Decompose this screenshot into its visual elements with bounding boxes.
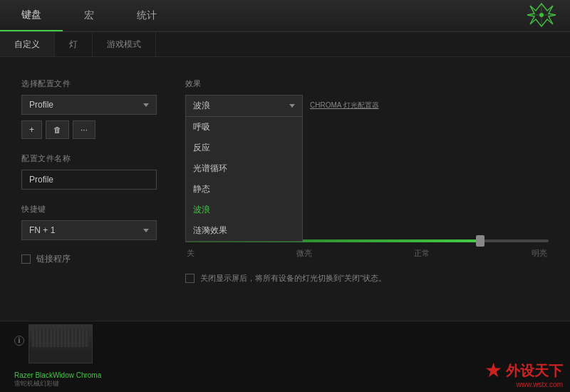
brightness-label-off: 关	[187, 248, 195, 259]
effect-item-static[interactable]: 静态	[186, 179, 302, 200]
brightness-label-bright: 明亮	[532, 248, 547, 259]
effects-label: 效果	[185, 78, 549, 89]
shortcut-label: 快捷键	[21, 204, 157, 215]
effect-item-breathe[interactable]: 呼吸	[186, 117, 302, 138]
profile-dropdown-container: Profile	[21, 95, 157, 115]
more-options-button[interactable]: ···	[73, 120, 95, 139]
top-navigation: 键盘 宏 统计	[0, 0, 570, 32]
razer-logo	[524, 1, 559, 30]
watermark-url: www.wstx.com	[516, 381, 563, 388]
link-program-section: 链接程序	[21, 253, 157, 265]
chroma-configurator-link[interactable]: CHROMA 灯光配置器	[310, 100, 379, 110]
effect-item-wave[interactable]: 波浪	[186, 200, 302, 220]
nav-stats[interactable]: 统计	[115, 0, 178, 31]
effect-dropdown[interactable]: 波浪	[185, 95, 303, 117]
effect-item-spectrum[interactable]: 光谱循环	[186, 158, 302, 179]
left-panel: 选择配置文件 Profile + 🗑 ··· 配置文件名称	[21, 78, 157, 284]
profile-name-label: 配置文件名称	[21, 153, 157, 164]
screen-off-checkbox-row: 关闭显示屏后，将所有设备的灯光切换到"关闭"状态。	[185, 273, 549, 284]
device-thumbnail-image	[29, 325, 92, 351]
link-program-checkbox[interactable]	[21, 254, 31, 264]
dropdown-arrow-icon	[143, 103, 149, 107]
tab-gaming-mode[interactable]: 游戏模式	[93, 32, 156, 56]
shortcut-section: 快捷键 FN + 1	[21, 204, 157, 240]
star-icon: ★	[484, 361, 502, 381]
effects-row: 波浪 CHROMA 灯光配置器 呼吸 反应 光谱循环 静	[185, 95, 549, 117]
watermark: ★ 外设天下 www.wstx.com	[484, 361, 563, 388]
tab-lighting[interactable]: 灯	[55, 32, 93, 56]
brightness-label-dim: 微亮	[296, 248, 312, 259]
effect-item-ripple[interactable]: 涟漪效果	[186, 220, 302, 241]
shortcut-dropdown[interactable]: FN + 1	[21, 220, 157, 240]
device-text: Razer BlackWidow Chroma 雷蛇机械幻彩键	[14, 371, 101, 388]
info-icon[interactable]: ℹ	[14, 336, 24, 346]
tab-customize[interactable]: 自定义	[0, 32, 55, 56]
profile-name-input[interactable]	[21, 170, 157, 190]
brightness-label-normal: 正常	[414, 248, 430, 259]
bottom-bar: ℹ 保存 立即注册 Razer BlackWidow Chroma 雷蛇机械幻彩…	[0, 321, 570, 392]
brightness-slider-thumb[interactable]	[476, 235, 484, 247]
device-subtitle: 雷蛇机械幻彩键	[14, 379, 101, 388]
link-program-label: 链接程序	[36, 253, 71, 265]
watermark-brand: 外设天下	[506, 361, 563, 381]
main-content: 选择配置文件 Profile + 🗑 ··· 配置文件名称	[0, 57, 570, 298]
delete-profile-button[interactable]: 🗑	[46, 120, 69, 139]
nav-macro[interactable]: 宏	[63, 0, 115, 31]
profile-dropdown[interactable]: Profile	[21, 95, 157, 115]
keyboard-mini-icon	[32, 329, 89, 347]
profile-section-label: 选择配置文件	[21, 78, 157, 89]
shortcut-arrow-icon	[143, 229, 149, 232]
screen-off-label: 关闭显示屏后，将所有设备的灯光切换到"关闭"状态。	[200, 273, 386, 284]
screen-off-checkbox[interactable]	[185, 274, 195, 283]
device-thumbnail	[28, 324, 93, 363]
second-navigation: 自定义 灯 游戏模式	[0, 32, 570, 57]
device-name: Razer BlackWidow Chroma	[14, 371, 101, 379]
effect-item-react[interactable]: 反应	[186, 138, 302, 158]
nav-keyboard[interactable]: 键盘	[0, 0, 63, 31]
effect-list: 呼吸 反应 光谱循环 静态 波浪 涟漪效果	[185, 117, 303, 242]
profile-buttons: + 🗑 ···	[21, 120, 157, 139]
device-info: Razer BlackWidow Chroma 雷蛇机械幻彩键	[14, 371, 101, 388]
add-profile-button[interactable]: +	[21, 120, 42, 139]
effect-dropdown-arrow-icon	[289, 104, 295, 108]
brightness-labels: 关 微亮 正常 明亮	[185, 248, 549, 259]
right-panel: 效果 波浪 CHROMA 灯光配置器 呼吸 反应 光谱循环	[185, 78, 549, 284]
